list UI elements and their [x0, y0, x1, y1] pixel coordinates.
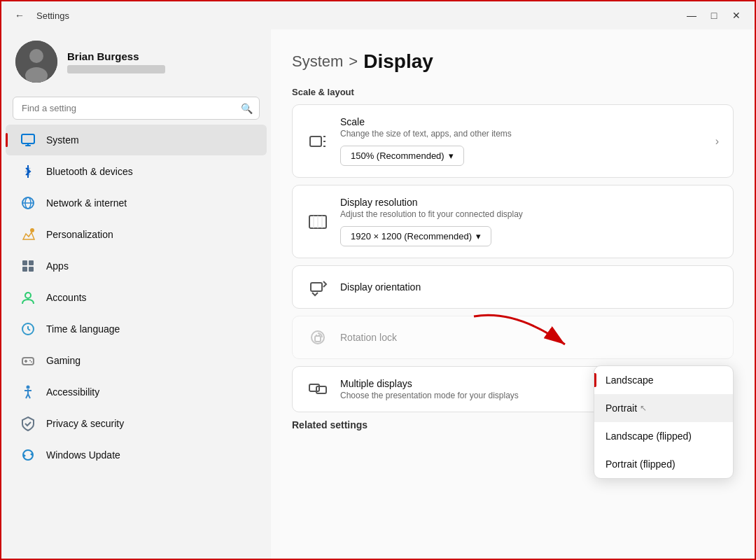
scale-right-chevron: › [715, 135, 719, 148]
resolution-row: Display resolution Adjust the resolution… [293, 186, 733, 258]
resolution-title: Display resolution [340, 197, 719, 208]
sidebar-label-apps: Apps [46, 260, 69, 272]
multiple-displays-icon [307, 379, 329, 399]
svg-rect-44 [309, 384, 319, 391]
scale-row: Scale Change the size of text, apps, and… [293, 105, 733, 177]
sidebar-label-system: System [46, 134, 79, 146]
content-area: System > Display Scale & layout Scale [271, 29, 755, 560]
sidebar-item-accessibility[interactable]: Accessibility [6, 377, 267, 407]
sidebar-item-privacy[interactable]: Privacy & security [6, 408, 267, 439]
svg-rect-12 [29, 260, 34, 265]
orientation-card: Display orientation [292, 265, 734, 309]
sidebar-item-time[interactable]: Time & language [6, 314, 267, 344]
sidebar: Brian Burgess 🔍 System Bluetooth & devic… [1, 29, 271, 560]
resolution-dropdown[interactable]: 1920 × 1200 (Recommended) ▾ [340, 226, 491, 246]
rotation-lock-icon [307, 328, 329, 347]
sidebar-label-personalization: Personalization [46, 229, 113, 240]
svg-rect-4 [25, 145, 31, 146]
title-bar-left: ← Settings [10, 6, 69, 25]
sidebar-item-gaming[interactable]: Gaming [6, 345, 267, 376]
user-info: Brian Burgess [67, 50, 165, 74]
svg-point-24 [27, 386, 30, 389]
time-icon [20, 321, 36, 337]
bluetooth-icon [20, 163, 36, 180]
scale-desc: Change the size of text, apps, and other… [340, 129, 704, 139]
sidebar-label-update: Windows Update [46, 449, 120, 461]
orientation-option-landscape[interactable]: Landscape [594, 366, 733, 394]
resolution-value: 1920 × 1200 (Recommended) [351, 231, 472, 241]
main-layout: Brian Burgess 🔍 System Bluetooth & devic… [1, 29, 755, 560]
sidebar-item-system[interactable]: System [6, 125, 267, 155]
scale-chevron: ▾ [449, 150, 454, 161]
svg-rect-45 [316, 386, 326, 393]
rotation-lock-card: Rotation lock [292, 316, 734, 359]
sidebar-item-apps[interactable]: Apps [6, 251, 267, 281]
sidebar-label-time: Time & language [46, 323, 120, 335]
svg-rect-13 [22, 267, 27, 272]
orientation-row: Display orientation [293, 266, 733, 308]
title-bar: ← Settings — □ ✕ [1, 1, 755, 29]
breadcrumb-parent: System [292, 52, 343, 71]
scale-title: Scale [340, 116, 704, 127]
update-icon [20, 447, 36, 463]
sidebar-item-update[interactable]: Windows Update [6, 440, 267, 470]
accounts-icon [20, 289, 36, 306]
breadcrumb-separator: > [349, 52, 358, 71]
privacy-icon [20, 415, 36, 432]
scale-action: › [715, 135, 719, 148]
sidebar-item-bluetooth[interactable]: Bluetooth & devices [6, 156, 267, 187]
scale-content: Scale Change the size of text, apps, and… [340, 116, 704, 166]
svg-line-28 [28, 394, 30, 398]
svg-point-10 [30, 228, 34, 232]
search-input[interactable] [13, 97, 260, 120]
resolution-card: Display resolution Adjust the resolution… [292, 185, 734, 258]
resolution-chevron: ▾ [476, 231, 481, 241]
scale-card: Scale Change the size of text, apps, and… [292, 104, 734, 178]
sidebar-item-network[interactable]: Network & internet [6, 188, 267, 218]
section-label: Scale & layout [292, 87, 734, 97]
svg-rect-3 [22, 134, 34, 144]
sidebar-label-accessibility: Accessibility [46, 386, 99, 398]
svg-point-15 [25, 293, 31, 298]
scale-dropdown[interactable]: 150% (Recommended) ▾ [340, 146, 464, 166]
page-header: System > Display [292, 50, 734, 73]
personalization-icon [20, 226, 36, 243]
orientation-option-portrait-flipped[interactable]: Portrait (flipped) [594, 450, 733, 478]
orientation-content: Display orientation [340, 281, 719, 293]
app-title: Settings [36, 10, 69, 21]
orientation-dropdown: Landscape Portrait ↖ Landscape (flipped)… [594, 365, 734, 479]
window-controls: — □ ✕ [682, 6, 746, 25]
orientation-option-portrait[interactable]: Portrait ↖ [594, 394, 733, 422]
svg-rect-19 [22, 358, 34, 365]
resolution-icon [307, 212, 329, 232]
minimize-button[interactable]: — [682, 6, 701, 25]
breadcrumb: System > Display [292, 50, 734, 73]
orientation-title: Display orientation [340, 281, 719, 293]
rotation-lock-title: Rotation lock [340, 332, 719, 343]
back-button[interactable]: ← [10, 6, 29, 25]
svg-point-23 [31, 361, 32, 363]
rotation-lock-content: Rotation lock [340, 332, 719, 343]
network-icon [20, 195, 36, 211]
svg-rect-11 [22, 260, 27, 265]
avatar [15, 41, 57, 83]
sidebar-item-personalization[interactable]: Personalization [6, 219, 267, 250]
accessibility-icon [20, 384, 36, 400]
search-icon: 🔍 [241, 103, 253, 114]
orientation-option-landscape-flipped[interactable]: Landscape (flipped) [594, 422, 733, 450]
gaming-icon [20, 352, 36, 369]
avatar-image [15, 41, 57, 83]
user-name: Brian Burgess [67, 50, 165, 62]
close-button[interactable]: ✕ [727, 6, 746, 25]
resolution-content: Display resolution Adjust the resolution… [340, 197, 719, 246]
svg-rect-31 [310, 136, 321, 146]
svg-marker-30 [23, 454, 26, 458]
sidebar-item-accounts[interactable]: Accounts [6, 282, 267, 313]
maximize-button[interactable]: □ [704, 6, 724, 25]
sidebar-label-accounts: Accounts [46, 292, 87, 303]
svg-rect-14 [29, 267, 34, 272]
svg-point-1 [29, 49, 43, 63]
sidebar-label-privacy: Privacy & security [46, 418, 124, 429]
scale-value: 150% (Recommended) [351, 150, 444, 161]
cursor-icon: ↖ [640, 403, 647, 413]
